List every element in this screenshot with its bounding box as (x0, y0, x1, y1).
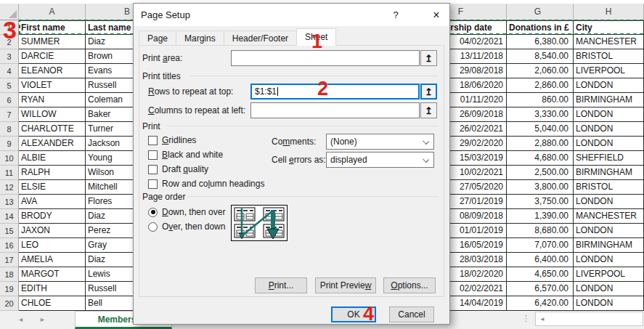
first-name-cell[interactable]: LEO (19, 238, 86, 253)
scroll-left-icon[interactable]: ◄ (536, 312, 549, 325)
row-number[interactable]: 13 (0, 195, 19, 209)
gridlines-checkbox[interactable]: Gridlines (148, 134, 196, 146)
first-name-cell[interactable]: AMELIA (19, 253, 86, 267)
city-cell[interactable]: LONDON (574, 224, 644, 238)
cell-errors-dropdown[interactable]: displayed (326, 152, 434, 168)
first-name-cell[interactable]: ALBIE (19, 151, 86, 166)
close-icon[interactable]: × (425, 4, 448, 26)
row-number[interactable]: 10 (0, 151, 19, 166)
first-name-cell[interactable]: RALPH (19, 166, 86, 180)
city-cell[interactable]: SHEFFIELD (574, 151, 644, 166)
city-cell[interactable]: MANCHESTER (574, 209, 644, 224)
row-number[interactable]: 15 (0, 224, 19, 238)
first-name-cell[interactable]: AVA (19, 195, 86, 209)
row-number[interactable]: 19 (0, 282, 19, 296)
tab-page[interactable]: Page (139, 31, 176, 46)
column-header-g[interactable]: G (507, 4, 574, 20)
down-then-over-radio[interactable]: Down, then over (148, 206, 225, 218)
comments-dropdown[interactable]: (None) (326, 134, 434, 150)
city-cell[interactable]: BRISTOL (574, 49, 644, 64)
column-header-h[interactable]: H (574, 4, 644, 20)
options-button[interactable]: Options... (383, 277, 436, 293)
city-cell[interactable]: MANCHESTER (574, 35, 644, 49)
row-number[interactable]: 6 (0, 93, 19, 107)
rows-repeat-input[interactable]: $1:$1 (250, 84, 420, 99)
donation-cell[interactable]: 860.00 (507, 93, 574, 107)
city-cell[interactable]: BRISTOL (574, 180, 644, 195)
first-name-cell[interactable]: WILLOW (19, 107, 86, 122)
city-cell[interactable]: LONDON (574, 107, 644, 122)
donation-cell[interactable]: 7,070.00 (507, 238, 574, 253)
sheet-nav-left-icon[interactable]: ◄ (17, 316, 24, 323)
row-number[interactable]: 16 (0, 238, 19, 253)
city-cell[interactable]: LONDON (574, 282, 644, 296)
city-cell[interactable]: BIRMINGHAM (574, 166, 644, 180)
first-name-cell[interactable]: ELSIE (19, 180, 86, 195)
row-col-headings-checkbox[interactable]: Row and column headings (148, 178, 264, 190)
over-then-down-radio[interactable]: Over, then down (148, 221, 225, 232)
first-name-cell[interactable]: SUMMER (19, 35, 86, 49)
donation-cell[interactable]: 2,860.00 (507, 78, 574, 93)
donation-cell[interactable]: 6,420.00 (507, 296, 574, 311)
row-number[interactable]: 18 (0, 267, 19, 282)
tab-header-footer[interactable]: Header/Footer (224, 31, 297, 46)
print-button[interactable]: Print... (255, 277, 307, 293)
black-and-white-checkbox[interactable]: Black and white (148, 149, 223, 161)
print-preview-button[interactable]: Print Preview (315, 277, 376, 293)
cell-g1[interactable]: Donations in £ (507, 20, 574, 35)
donation-cell[interactable]: 3,800.00 (507, 180, 574, 195)
first-name-cell[interactable]: JAXON (19, 224, 86, 238)
sheet-nav-right-icon[interactable]: ► (39, 316, 46, 323)
row-number[interactable]: 8 (0, 122, 19, 137)
donation-cell[interactable]: 8,540.00 (507, 49, 574, 64)
donation-cell[interactable]: 2,500.00 (507, 166, 574, 180)
donation-cell[interactable]: 2,880.00 (507, 137, 574, 151)
donation-cell[interactable]: 4,680.00 (507, 151, 574, 166)
row-number[interactable]: 11 (0, 166, 19, 180)
horizontal-scrollbar[interactable]: ◄ (535, 312, 643, 326)
donation-cell[interactable]: 5,040.00 (507, 122, 574, 137)
first-name-cell[interactable]: CHARLOTTE (19, 122, 86, 137)
row-number[interactable]: 14 (0, 209, 19, 224)
donation-cell[interactable]: 6,380.00 (507, 35, 574, 49)
donation-cell[interactable]: 6,570.00 (507, 282, 574, 296)
tab-scrollbar-splitter[interactable]: ⋮ (522, 314, 530, 323)
first-name-cell[interactable]: EDITH (19, 282, 86, 296)
city-cell[interactable]: LONDON (574, 78, 644, 93)
first-name-cell[interactable]: CHLOE (19, 296, 86, 311)
first-name-cell[interactable]: BRODY (19, 209, 86, 224)
donation-cell[interactable]: 4,650.00 (507, 267, 574, 282)
row-number[interactable]: 4 (0, 64, 19, 78)
cols-repeat-collapse-button[interactable]: ↥ (420, 102, 437, 118)
donation-cell[interactable]: 3,330.00 (507, 107, 574, 122)
donation-cell[interactable]: 2,060.00 (507, 64, 574, 78)
city-cell[interactable]: BIRMINGHAM (574, 238, 644, 253)
first-name-cell[interactable]: MARGOT (19, 267, 86, 282)
donation-cell[interactable]: 1,390.00 (507, 209, 574, 224)
draft-quality-checkbox[interactable]: Draft quality (148, 163, 208, 175)
row-number[interactable]: 17 (0, 253, 19, 267)
donation-cell[interactable]: 6,400.00 (507, 253, 574, 267)
donation-cell[interactable]: 3,750.00 (507, 195, 574, 209)
row-number[interactable]: 12 (0, 180, 19, 195)
cols-repeat-input[interactable] (250, 102, 420, 118)
first-name-cell[interactable]: VIOLET (19, 78, 86, 93)
first-name-cell[interactable]: ALEXANDER (19, 137, 86, 151)
row-number[interactable]: 20 (0, 296, 19, 311)
donation-cell[interactable]: 8,680.00 (507, 224, 574, 238)
city-cell[interactable]: LIVERPOOL (574, 64, 644, 78)
rows-repeat-collapse-button[interactable]: ↥ (420, 84, 437, 99)
row-number[interactable]: 9 (0, 137, 19, 151)
city-cell[interactable]: LONDON (574, 137, 644, 151)
help-icon[interactable]: ? (384, 4, 407, 26)
print-area-input[interactable] (231, 50, 420, 66)
dialog-title-bar[interactable]: Page Setup ? × (134, 4, 449, 26)
first-name-cell[interactable]: DARCIE (19, 49, 86, 64)
city-cell[interactable]: BIRMINGHAM (574, 93, 644, 107)
cancel-button[interactable]: Cancel (389, 306, 434, 322)
column-header-a[interactable]: A (19, 4, 86, 20)
city-cell[interactable]: LONDON (574, 122, 644, 137)
row-number[interactable]: 7 (0, 107, 19, 122)
row-number[interactable]: 3 (0, 49, 19, 64)
city-cell[interactable]: LONDON (574, 296, 644, 311)
